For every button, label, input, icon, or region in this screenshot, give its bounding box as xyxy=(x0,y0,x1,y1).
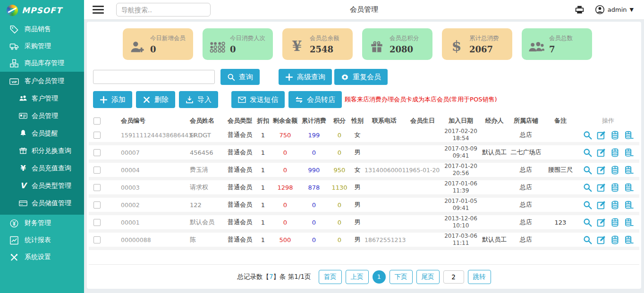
bell-icon xyxy=(19,129,27,137)
member-type-cell: 普通会员 xyxy=(225,128,255,144)
view-icon[interactable] xyxy=(583,130,593,140)
sidebar-item-points-exchange[interactable]: 积分兑换查询 xyxy=(0,142,84,159)
sidebar-item-recharge-query[interactable]: ¥ 会员充值查询 xyxy=(0,159,84,177)
consume-icon[interactable]: $ xyxy=(624,235,634,245)
pos-note: 顾客来店消费办理会员卡成为本店会员(常用于POS销售) xyxy=(345,95,497,104)
member-search-input[interactable] xyxy=(93,70,215,84)
member-table-body: 15911112444386864434ERDGT普通会员17501990女20… xyxy=(89,128,639,249)
brand-name: MPSOFT xyxy=(22,6,62,15)
sidebar-item-goods-sale[interactable]: 商品销售 xyxy=(0,21,84,38)
edit-icon[interactable] xyxy=(596,165,606,175)
sidebar-item-stored-value-mgmt[interactable]: 会员储值管理 xyxy=(0,194,84,212)
view-icon[interactable] xyxy=(583,165,593,175)
svg-text:$: $ xyxy=(627,184,629,186)
row-checkbox[interactable] xyxy=(93,236,101,243)
stat-total-consumption: $ 累计总消费2067 xyxy=(442,28,512,60)
row-actions-cell: $$ xyxy=(577,231,639,249)
user-menu[interactable]: admin ▼ xyxy=(595,5,634,15)
sidebar-item-purchase[interactable]: 采购管理 xyxy=(0,38,84,55)
recharge-icon[interactable]: $ xyxy=(610,130,620,140)
recharge-icon[interactable]: $ xyxy=(610,218,620,227)
consume-icon[interactable]: $ xyxy=(624,200,634,210)
member-management-app: MPSOFT 商品销售 采购管理 商品库存管理 VIP 客户会员管理 客户管理 xyxy=(0,0,644,293)
points-cell: 0 xyxy=(329,214,350,231)
recharge-icon[interactable]: $ xyxy=(610,200,620,210)
row-checkbox[interactable] xyxy=(93,219,101,226)
sidebar-item-member-type-mgmt[interactable]: V 会员类型管理 xyxy=(0,177,84,194)
edit-icon[interactable] xyxy=(596,183,606,193)
sidebar-item-settings[interactable]: 系统设置 xyxy=(0,249,84,266)
brand-logo-icon xyxy=(7,5,18,16)
points-cell: 0 xyxy=(329,231,350,249)
next-page-button[interactable]: 下页 xyxy=(390,270,413,284)
row-checkbox[interactable] xyxy=(93,184,101,191)
recharge-icon[interactable]: $ xyxy=(610,148,620,158)
view-icon[interactable] xyxy=(583,200,593,210)
edit-icon[interactable] xyxy=(596,218,606,227)
recharge-icon[interactable]: $ xyxy=(610,183,620,193)
discount-cell: 1 xyxy=(255,196,271,214)
plus-icon xyxy=(285,73,293,81)
view-icon[interactable] xyxy=(583,235,593,245)
join-date-cell: 2013-12-0610:10 xyxy=(441,214,481,231)
svg-text:$: $ xyxy=(614,236,616,239)
add-button[interactable]: 添加 xyxy=(93,91,132,108)
sidebar-item-reports[interactable]: 统计报表 xyxy=(0,232,84,249)
sidebar-item-customer-member-mgmt[interactable]: VIP 客户会员管理 xyxy=(0,73,84,90)
first-page-button[interactable]: 首页 xyxy=(319,270,342,284)
duplicate-members-button[interactable]: 重复会员 xyxy=(334,69,388,85)
select-all-checkbox[interactable] xyxy=(93,117,101,125)
recharge-icon[interactable]: $ xyxy=(610,235,620,245)
consumed-cell: 0 xyxy=(299,214,329,231)
jump-page-input[interactable] xyxy=(443,270,464,284)
row-checkbox[interactable] xyxy=(93,167,101,174)
import-button[interactable]: 导入 xyxy=(179,91,218,108)
view-icon[interactable] xyxy=(583,183,593,193)
consume-icon[interactable]: $ xyxy=(624,165,634,175)
member-id-cell: 00000088 xyxy=(105,231,190,249)
advanced-query-button[interactable]: 高级查询 xyxy=(279,69,332,85)
phone-cell xyxy=(364,179,404,196)
sidebar-item-member-mgmt[interactable]: 会员管理 xyxy=(0,107,84,125)
member-name-cell: 122 xyxy=(190,196,225,214)
edit-icon[interactable] xyxy=(596,200,606,210)
col-phone: 联系电话 xyxy=(364,114,404,128)
consume-icon[interactable]: $ xyxy=(624,218,634,227)
svg-text:VIP: VIP xyxy=(11,80,17,83)
current-page-indicator[interactable]: 1 xyxy=(373,270,386,284)
consume-icon[interactable]: $ xyxy=(624,130,634,140)
content-area: 今日新增会员0 今日消费人次0 ¥ 会员总余额2548 会员总积分208 xyxy=(84,20,644,293)
delete-button[interactable]: 删除 xyxy=(136,91,175,108)
nav-search-input[interactable] xyxy=(116,3,211,17)
col-birthday: 会员生日 xyxy=(404,114,441,128)
edit-icon[interactable] xyxy=(596,235,606,245)
query-button[interactable]: 查询 xyxy=(220,69,260,85)
last-page-button[interactable]: 尾页 xyxy=(416,270,440,284)
points-cell: 0 xyxy=(329,128,350,144)
menu-toggle-icon[interactable] xyxy=(93,4,104,16)
recharge-icon[interactable]: $ xyxy=(610,165,620,175)
edit-icon[interactable] xyxy=(596,148,606,158)
sidebar-item-customer-mgmt[interactable]: 客户管理 xyxy=(0,90,84,107)
row-checkbox[interactable] xyxy=(93,149,101,156)
sidebar-item-label: 财务管理 xyxy=(25,219,51,227)
sidebar-item-inventory[interactable]: 商品库存管理 xyxy=(0,55,84,72)
col-remark: 备注 xyxy=(544,114,577,128)
birthday-cell: 1965-01-20 xyxy=(404,161,441,179)
consume-icon[interactable]: $ xyxy=(624,148,634,158)
jump-button[interactable]: 跳转 xyxy=(468,270,491,284)
row-checkbox[interactable] xyxy=(93,132,101,139)
edit-icon[interactable] xyxy=(596,130,606,140)
transfer-store-button[interactable]: 会员转店 xyxy=(288,91,342,108)
sidebar-item-finance[interactable]: 财务管理 xyxy=(0,215,84,232)
sidebar-item-member-reminder[interactable]: 会员提醒 xyxy=(0,125,84,142)
row-checkbox[interactable] xyxy=(93,201,101,209)
prev-page-button[interactable]: 上页 xyxy=(346,270,369,284)
consume-icon[interactable]: $ xyxy=(624,183,634,193)
view-icon[interactable] xyxy=(583,218,593,227)
stat-total-points: 会员总积分2080 xyxy=(362,28,432,60)
send-sms-button[interactable]: 发送短信 xyxy=(231,91,285,108)
print-icon[interactable] xyxy=(575,5,585,15)
view-icon[interactable] xyxy=(583,148,593,158)
svg-text:$: $ xyxy=(627,166,629,169)
